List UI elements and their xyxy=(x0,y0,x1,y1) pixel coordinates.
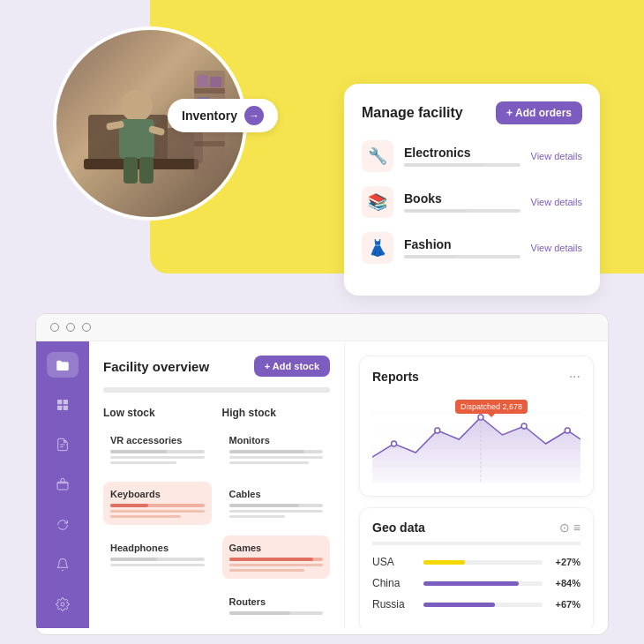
stock-columns: Low stock VR accessories Keyboards xyxy=(103,407,330,628)
books-bar-fill xyxy=(404,209,468,213)
geo-settings-icon[interactable]: ⊙ xyxy=(559,520,570,535)
electronics-view-details[interactable]: View details xyxy=(531,151,583,161)
geo-card: Geo data ⊙ ≡ USA +27% xyxy=(359,507,594,628)
svg-point-31 xyxy=(565,428,570,433)
books-icon: 📚 xyxy=(362,186,393,218)
reports-more-icon[interactable]: ··· xyxy=(569,369,580,385)
fashion-view-details[interactable]: View details xyxy=(531,243,583,253)
svg-rect-12 xyxy=(194,141,225,146)
games-name: Games xyxy=(229,543,324,553)
geo-country-russia: Russia xyxy=(372,598,416,610)
main-content: Facility overview + Add stock Low stock … xyxy=(89,341,608,628)
books-bar xyxy=(404,209,520,213)
add-stock-button[interactable]: + Add stock xyxy=(254,356,330,377)
geo-bar-russia xyxy=(423,603,543,607)
sidebar-icon-grid[interactable] xyxy=(47,392,79,417)
routers-name: Routers xyxy=(229,596,324,607)
facility-item-fashion: 👗 Fashion View details xyxy=(362,232,582,264)
headphones-name: Headphones xyxy=(110,543,205,553)
geo-title: Geo data xyxy=(372,520,425,535)
svg-rect-13 xyxy=(197,75,208,87)
left-panel: Facility overview + Add stock Low stock … xyxy=(89,341,345,628)
geo-list-icon[interactable]: ≡ xyxy=(573,520,580,535)
stock-item-monitors: Monitors xyxy=(222,428,331,471)
geo-bar-usa xyxy=(423,560,543,565)
geo-item-usa: USA +27% xyxy=(372,556,580,568)
geo-bar-china xyxy=(423,581,543,586)
svg-rect-14 xyxy=(210,77,221,87)
sidebar-icon-folder[interactable] xyxy=(47,352,79,378)
fashion-bar xyxy=(404,255,520,258)
geo-item-china: China +84% xyxy=(372,577,580,589)
geo-country-china: China xyxy=(372,577,416,589)
facility-overview-title: Facility overview xyxy=(103,359,209,374)
svg-point-22 xyxy=(61,603,64,606)
facility-item-electronics: 🔧 Electronics View details xyxy=(362,140,582,172)
geo-percent-russia: +67% xyxy=(550,599,580,610)
vr-name: VR accessories xyxy=(110,435,205,446)
low-stock-title: Low stock xyxy=(103,407,212,419)
svg-rect-4 xyxy=(119,119,154,159)
sidebar-icon-refresh[interactable] xyxy=(47,512,79,537)
stock-item-vr: VR accessories xyxy=(103,428,212,471)
reports-title: Reports xyxy=(372,370,419,384)
svg-point-28 xyxy=(435,428,440,433)
keyboards-name: Keyboards xyxy=(110,489,205,499)
sidebar-icon-bell[interactable] xyxy=(47,551,79,577)
electronics-name: Electronics xyxy=(404,146,520,160)
geo-bar-russia-fill xyxy=(423,603,495,607)
dashboard-window: Facility overview + Add stock Low stock … xyxy=(35,313,609,635)
svg-rect-19 xyxy=(57,406,62,410)
sidebar-icon-box[interactable] xyxy=(47,472,79,498)
electronics-icon: 🔧 xyxy=(362,140,393,172)
fashion-icon: 👗 xyxy=(362,232,393,264)
svg-rect-18 xyxy=(64,400,68,404)
monitors-name: Monitors xyxy=(229,435,324,446)
svg-point-3 xyxy=(121,90,153,122)
geo-item-russia: Russia +67% xyxy=(372,598,580,610)
geo-header: Geo data ⊙ ≡ xyxy=(372,520,580,535)
electronics-bar-fill xyxy=(404,163,485,167)
svg-rect-20 xyxy=(64,406,68,410)
titlebar-dot-2 xyxy=(66,323,75,332)
cables-name: Cables xyxy=(229,489,324,499)
sidebar-icon-gear[interactable] xyxy=(47,592,79,618)
stock-item-headphones: Headphones xyxy=(103,535,212,573)
geo-bar-usa-fill xyxy=(423,560,465,565)
books-view-details[interactable]: View details xyxy=(531,197,583,207)
panel-header: Facility overview + Add stock xyxy=(103,356,330,377)
titlebar-dot-1 xyxy=(50,323,59,332)
facility-info-electronics: Electronics xyxy=(404,146,520,167)
stock-item-cables: Cables xyxy=(222,482,331,525)
stock-item-games: Games xyxy=(222,535,331,579)
svg-rect-10 xyxy=(194,88,225,94)
geo-bar-china-fill xyxy=(423,581,519,586)
svg-rect-7 xyxy=(124,157,138,183)
manage-card-header: Manage facility + Add orders xyxy=(362,101,582,124)
overview-bar xyxy=(103,387,330,393)
inventory-arrow-icon: → xyxy=(244,106,264,125)
books-name: Books xyxy=(404,191,520,206)
inventory-badge[interactable]: Inventory → xyxy=(168,99,278,132)
svg-rect-8 xyxy=(139,157,154,183)
reports-card: Reports ··· Dispatched 2,678 xyxy=(359,356,594,497)
geo-divider-bar xyxy=(372,542,580,545)
facility-info-fashion: Fashion xyxy=(404,237,520,258)
geo-percent-china: +84% xyxy=(550,578,580,588)
chart-tooltip: Dispatched 2,678 xyxy=(455,400,528,414)
facility-item-books: 📚 Books View details xyxy=(362,186,582,218)
stock-item-keyboards: Keyboards xyxy=(103,482,212,525)
sidebar-icon-doc[interactable] xyxy=(47,432,79,458)
reports-header: Reports ··· xyxy=(372,369,580,385)
fashion-bar-fill xyxy=(404,255,456,258)
high-stock-column: High stock Monitors Cables xyxy=(222,407,331,628)
manage-facility-title: Manage facility xyxy=(362,105,463,121)
dashboard-body: Facility overview + Add stock Low stock … xyxy=(36,341,608,628)
stock-item-routers: Routers xyxy=(222,589,331,625)
high-stock-title: High stock xyxy=(222,407,331,419)
add-orders-button[interactable]: + Add orders xyxy=(496,101,582,124)
chart-area: Dispatched 2,678 xyxy=(372,395,580,483)
sidebar xyxy=(36,341,89,628)
inventory-label: Inventory xyxy=(182,109,237,123)
manage-facility-card: Manage facility + Add orders 🔧 Electroni… xyxy=(344,84,600,296)
